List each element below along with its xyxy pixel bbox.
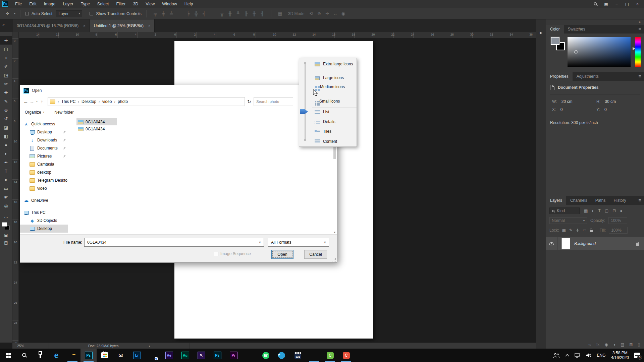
filter-adjustment-layers-icon[interactable]: ◐ — [592, 208, 594, 213]
move-tool[interactable]: ✛ — [0, 36, 12, 45]
layer-name[interactable]: Background — [574, 241, 596, 246]
dodge-tool[interactable]: ◐ — [0, 149, 12, 158]
color-field[interactable] — [568, 37, 631, 67]
sidebar-item[interactable]: Camtasia — [20, 160, 68, 168]
after-effects-icon[interactable]: Ae — [161, 349, 177, 362]
sidebar-item[interactable]: 3D Objects — [20, 217, 68, 225]
premiere-icon[interactable]: Pr — [225, 349, 241, 362]
hand-tool[interactable]: ☛ — [0, 193, 12, 201]
restore-button[interactable]: ▢ — [625, 2, 629, 6]
menu-item[interactable]: Help — [181, 2, 197, 6]
tool-preset-caret-icon[interactable]: ▾ — [14, 12, 15, 15]
history-brush-tool[interactable]: ↺ — [0, 114, 12, 123]
clock[interactable]: 3:58 PM 4/16/2020 — [611, 351, 629, 360]
organize-button[interactable]: Organize ▾ — [25, 110, 44, 115]
sidebar-item[interactable]: Telegram Deskto — [20, 176, 68, 184]
klite-player-icon[interactable]: 321 — [290, 349, 306, 362]
layer-effects-icon[interactable]: fx — [596, 342, 599, 347]
recent-locations-caret-icon[interactable]: ▾ — [35, 100, 39, 103]
adobe-app-icon[interactable]: ↖ — [193, 349, 209, 362]
breadcrumb-item[interactable]: › video — [98, 99, 112, 104]
screen-mode-icon[interactable]: ▤ — [4, 240, 8, 245]
marquee-tool[interactable]: ▢ — [0, 45, 12, 53]
people-icon[interactable] — [553, 353, 560, 358]
sidebar-item[interactable]: Desktop — [20, 128, 68, 136]
image-sequence-checkbox[interactable] — [214, 252, 218, 256]
back-button[interactable]: ← — [23, 99, 29, 104]
scroll-down-icon[interactable]: ▼ — [333, 231, 336, 234]
quick-selection-tool[interactable]: ✐ — [0, 62, 12, 71]
photoshop-2-icon[interactable]: Ps — [209, 349, 225, 362]
open-button[interactable]: Open — [271, 250, 293, 259]
camtasia-recorder-icon[interactable]: C — [338, 349, 354, 362]
show-transform-checkbox[interactable] — [90, 12, 93, 15]
mail-icon[interactable]: ✉ — [113, 349, 129, 362]
align-bottom-icon[interactable]: ╧ — [167, 11, 175, 16]
breadcrumb-label[interactable]: Desktop — [82, 99, 96, 104]
file-item[interactable]: 0G1A0434 — [76, 118, 117, 125]
lock-artboard-icon[interactable]: ▭ — [583, 228, 586, 233]
move-tool-icon[interactable]: ✛ — [3, 11, 11, 16]
panel-tab[interactable]: Color — [546, 25, 564, 34]
panel-menu-icon[interactable]: ≡ — [638, 25, 644, 34]
filter-smart-objects-icon[interactable]: ⊡ — [612, 208, 616, 213]
file-explorer-icon[interactable] — [64, 349, 80, 362]
sidebar-item[interactable]: Documents — [20, 144, 68, 152]
view-menu-item[interactable]: Large icons — [312, 73, 357, 82]
auto-align-icon[interactable]: ▦ — [276, 11, 284, 16]
eye-icon[interactable] — [549, 242, 554, 245]
delete-layer-icon[interactable]: ▯ — [638, 342, 640, 347]
panel-tab[interactable]: Swatches — [564, 25, 589, 34]
edge-icon[interactable]: e — [48, 349, 64, 362]
file-format-dropdown[interactable]: All Formats ∨ — [268, 238, 329, 247]
menu-item[interactable]: View — [142, 2, 158, 6]
menu-item[interactable]: Type — [77, 2, 94, 6]
file-name-input[interactable]: 0G1A0434 ∨ — [84, 238, 264, 247]
distribute-left-icon[interactable]: ╟ — [242, 11, 250, 16]
panel-tab[interactable]: Channels — [566, 196, 591, 205]
filter-kind-dropdown[interactable]: Kind — [549, 207, 580, 214]
property-value[interactable]: 0 — [560, 107, 563, 112]
view-menu-item[interactable]: Tiles — [312, 127, 357, 135]
view-menu-item[interactable]: Content — [312, 137, 357, 145]
document-tab[interactable]: Untitled-1 @ 25% (RGB/8#) × — [90, 19, 155, 32]
align-right-icon[interactable]: ╡ — [200, 11, 208, 16]
eraser-tool[interactable]: ◪ — [0, 123, 12, 132]
collapse-panels-icon[interactable]: » — [639, 20, 641, 25]
up-button[interactable]: ↑ — [39, 99, 45, 104]
new-folder-button[interactable]: New folder — [54, 110, 73, 115]
gradient-tool[interactable]: ◧ — [0, 132, 12, 140]
panel-tab[interactable]: Paths — [591, 196, 610, 205]
panel-tab[interactable]: Adjustments — [573, 72, 603, 81]
breadcrumb-label[interactable]: video — [102, 99, 112, 104]
chevron-down-icon[interactable]: ∨ — [259, 241, 261, 244]
fill-field[interactable]: 100% — [609, 227, 628, 234]
foreground-color-swatch[interactable] — [2, 222, 7, 227]
start-button[interactable] — [0, 349, 16, 362]
winrar-icon[interactable] — [306, 349, 322, 362]
view-menu-item[interactable]: Details — [312, 117, 357, 126]
distribute-vertical-centers-icon[interactable]: ╫ — [226, 11, 234, 16]
forward-button[interactable]: → — [29, 99, 35, 104]
opacity-field[interactable]: 100% — [608, 217, 627, 224]
menu-item[interactable]: Window — [158, 2, 180, 6]
document-size-field[interactable]: Doc: 23.9M/0 bytes › — [49, 343, 190, 349]
close-tab-icon[interactable]: × — [148, 24, 150, 28]
view-menu-item[interactable]: Medium icons — [312, 82, 357, 91]
menu-item[interactable]: Filter — [113, 2, 129, 6]
rectangle-tool[interactable]: ▭ — [0, 184, 12, 193]
distribute-bottom-icon[interactable]: ╨ — [234, 11, 242, 16]
new-layer-icon[interactable]: ⊞ — [629, 342, 633, 347]
sidebar-item[interactable]: Downloads — [20, 136, 68, 144]
hue-slider[interactable] — [635, 37, 641, 67]
view-size-slider[interactable] — [299, 58, 312, 146]
clone-stamp-tool[interactable]: ⊕ — [0, 106, 12, 114]
lock-image-pixels-icon[interactable]: ✎ — [569, 228, 573, 233]
auto-select-checkbox[interactable] — [25, 12, 29, 15]
3d-slide-icon[interactable]: ↔ — [331, 11, 339, 16]
path-selection-tool[interactable]: ➤ — [0, 175, 12, 184]
antivirus-icon[interactable] — [241, 349, 258, 362]
3d-camera-icon[interactable]: ◉ — [339, 11, 347, 16]
language-indicator[interactable]: ENG — [597, 353, 606, 358]
filter-shape-layers-icon[interactable]: ▢ — [605, 208, 608, 213]
